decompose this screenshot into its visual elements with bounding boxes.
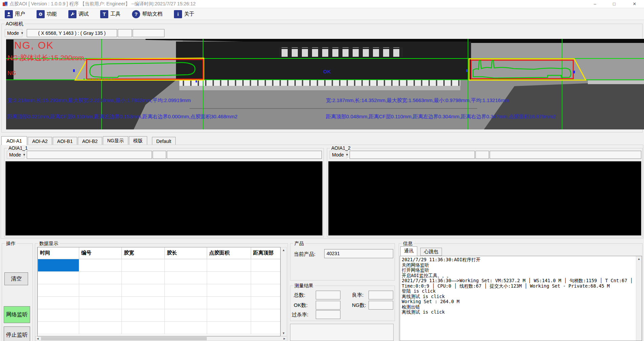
ok-count-field[interactable] [316, 301, 340, 310]
close-button[interactable]: ✕ [627, 0, 642, 8]
col-number[interactable]: 编号 [79, 247, 122, 259]
camera-view[interactable]: NG, OK NG:胶体过长:15.290mm, NG OK 宽:2.218mm… [6, 39, 644, 129]
yield-label: 良率: [352, 292, 363, 298]
ok-label: OK [323, 69, 331, 74]
wrench-icon [68, 10, 76, 18]
camera-mode-dropdown[interactable]: Mode▼ [5, 29, 22, 37]
aoia1-1-mode-dropdown[interactable]: Mode▼ [7, 151, 24, 159]
camera-coordinate-readout: ( X 6568, Y 1463 ) : ( Gray 135 ) [27, 29, 117, 37]
total-field[interactable] [316, 291, 340, 299]
log-lines: 2021/7/29 11:36:30:AOI程序打开 关闭网络监听 打开网络监听… [402, 257, 635, 315]
right-measure-line2: 距离顶部0.048mm,距离CF层0.110mm,距离左边界0.304mm,距离… [326, 114, 556, 120]
col-glue-width[interactable]: 胶宽 [122, 247, 165, 259]
scroll-up-icon[interactable]: ▲ [636, 257, 642, 261]
toolbar-item-about[interactable]: i 关于 [173, 9, 196, 19]
overkill-field[interactable] [316, 310, 340, 319]
title-bar: 点胶AOI [ Version : 1.0.0.9 ] 程序 【当前用户: En… [0, 0, 644, 8]
app-icon [2, 1, 8, 7]
table-row[interactable] [38, 284, 281, 296]
left-measure-line1: 宽:2.218mm,长:15.290mm,最大胶宽:2.2218mm,最小:1.… [7, 97, 191, 104]
operation-group-label: 操作 [5, 241, 17, 246]
aoia1-2-field3[interactable] [490, 151, 641, 159]
overkill-label: 过杀率: [292, 312, 308, 318]
toolbar-item-user[interactable]: 用户 [3, 9, 26, 19]
user-icon [5, 10, 13, 18]
tab-aoi-b2[interactable]: AOI-B2 [78, 137, 102, 145]
tab-aoi-b1[interactable]: AOI-B1 [53, 137, 77, 145]
ng-reason-text: NG:胶体过长:15.290mm, [7, 53, 86, 63]
product-note-box [290, 324, 394, 341]
tab-template[interactable]: 模版 [129, 136, 147, 145]
gear-icon [37, 10, 45, 18]
table-row[interactable] [38, 321, 281, 334]
aoia1-1-field1[interactable] [27, 151, 152, 159]
data-display-group-label: 数据显示 [38, 241, 60, 246]
measure-results-group-label: 测量结果 [293, 283, 315, 288]
main-toolbar: 用户 功能 调试 T 工具 ? 帮助文档 i 关于 [0, 8, 644, 20]
about-icon: i [174, 10, 182, 18]
data-table[interactable]: 时间 编号 胶宽 胶长 点胶面积 距离顶部 [37, 247, 281, 336]
aoia1-1-field3[interactable] [167, 151, 322, 159]
log-vscrollbar[interactable]: ▲ [636, 256, 642, 341]
table-row[interactable] [38, 296, 281, 309]
help-icon: ? [132, 10, 140, 18]
scroll-up-icon[interactable]: ▲ [281, 248, 286, 252]
tab-comm[interactable]: 通讯 [400, 246, 417, 256]
toolbar-item-function[interactable]: 功能 [35, 9, 58, 19]
aoia1-1-image-view[interactable] [5, 161, 323, 236]
tab-ng-display[interactable]: NG显示 [103, 136, 128, 145]
ng-label: NG [7, 70, 16, 77]
view-tabstrip: AOI-A1 AOI-A2 AOI-B1 AOI-B2 NG显示 模版 Defa… [1, 136, 643, 145]
app-window: 点胶AOI [ Version : 1.0.0.9 ] 程序 【当前用户: En… [0, 0, 644, 341]
aoia1-2-image-view[interactable] [328, 161, 641, 236]
table-row[interactable] [38, 259, 281, 271]
minimize-button[interactable]: – [587, 0, 603, 8]
aoia1-2-field2[interactable] [475, 151, 489, 159]
toolbar-item-tools[interactable]: T 工具 [99, 9, 122, 19]
aoia1-2-mode-dropdown[interactable]: Mode▼ [330, 151, 347, 159]
maximize-button[interactable]: □ [606, 0, 622, 8]
table-hscrollbar[interactable]: ◄ ► [35, 336, 287, 341]
scroll-left-icon[interactable]: ◄ [36, 337, 39, 340]
comm-log[interactable]: 2021/7/29 11:36:30:AOI程序打开 关闭网络监听 打开网络监听… [400, 256, 642, 341]
aoia1-1-field2[interactable] [153, 151, 166, 159]
camera-extra-field[interactable] [133, 29, 164, 37]
toolbar-item-debug[interactable]: 调试 [67, 9, 90, 19]
table-row[interactable] [38, 271, 281, 284]
aoia1-2-field1[interactable] [350, 151, 475, 159]
chevron-down-icon: ▼ [21, 31, 24, 35]
current-product-input[interactable]: 40231 [324, 249, 393, 258]
tab-heartbeat[interactable]: 心跳包 [420, 248, 442, 256]
scroll-right-icon[interactable]: ► [283, 337, 286, 340]
ok-count-label: OK数: [294, 302, 308, 309]
tab-aoi-a2[interactable]: AOI-A2 [28, 137, 52, 145]
toolbar-item-help[interactable]: ? 帮助文档 [131, 9, 164, 19]
table-header-row: 时间 编号 胶宽 胶长 点胶面积 距离顶部 [38, 247, 281, 259]
selected-cell[interactable] [38, 259, 79, 271]
clear-button[interactable]: 清空 [4, 272, 28, 285]
network-listen-button[interactable]: 网络监听 [4, 306, 30, 323]
tab-aoi-a1[interactable]: AOI-A1 [1, 136, 27, 145]
yield-field[interactable] [369, 291, 393, 299]
stop-listen-button[interactable]: 停止监听 [4, 326, 30, 341]
right-measure-line1: 宽:2.187mm,长:14.352mm,最大胶宽:1.5663mm,最小:0.… [326, 97, 509, 104]
col-glue-area[interactable]: 点胶面积 [207, 247, 251, 259]
aoia1-2-label: AOIA1_2 [330, 145, 352, 151]
current-product-label: 当前产品: [294, 251, 315, 258]
ng-count-field[interactable] [369, 301, 393, 310]
left-measure-line2: 距离顶部0.021mm,距离CF层0.110mm,距离左边界0.153mm,距离… [7, 114, 238, 120]
ng-count-label: NG数: [352, 302, 366, 309]
hscroll-thumb[interactable] [41, 337, 207, 340]
col-distance-top[interactable]: 距离顶部 [251, 247, 281, 259]
col-glue-length[interactable]: 胶长 [165, 247, 207, 259]
chevron-down-icon: ▼ [346, 153, 349, 156]
table-vscrollbar[interactable]: ▲ ▼ [281, 247, 287, 336]
info-group-label: 信息 [402, 241, 414, 246]
camera-small-field[interactable] [118, 29, 132, 37]
aoia1-1-label: AOIA1_1 [7, 145, 29, 151]
table-row[interactable] [38, 309, 281, 321]
aoi-camera-group-label: AOI相机 [4, 21, 25, 26]
scroll-down-icon[interactable]: ▼ [281, 332, 286, 335]
col-time[interactable]: 时间 [38, 247, 79, 259]
tab-default[interactable]: Default [152, 137, 176, 145]
